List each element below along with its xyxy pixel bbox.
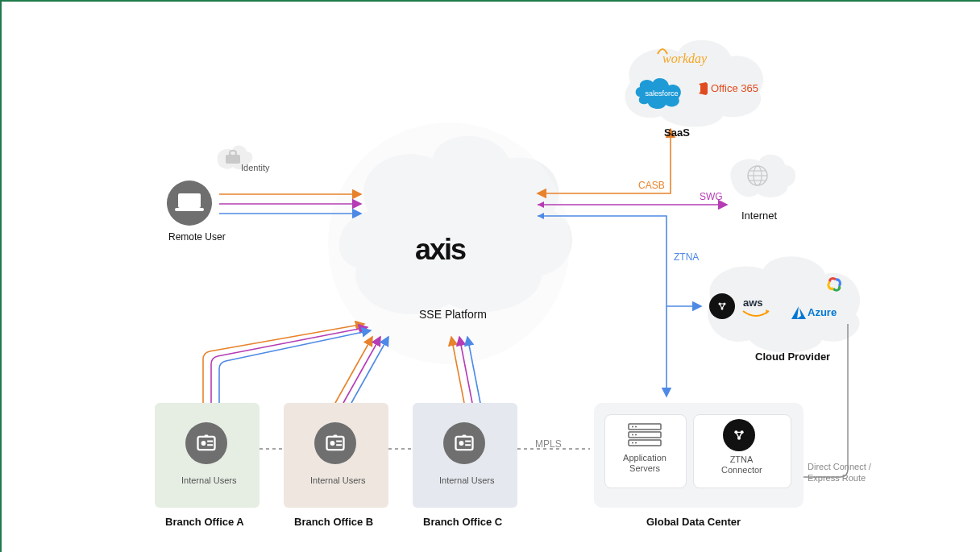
aws-smile-icon — [741, 309, 770, 319]
app-servers-icon — [627, 422, 662, 446]
svg-line-22 — [343, 337, 380, 403]
svg-point-52 — [632, 442, 633, 444]
sse-platform-label: SSE Platform — [419, 308, 487, 321]
svg-point-31 — [201, 441, 206, 446]
branch-a-title: Branch Office A — [165, 516, 244, 528]
svg-rect-39 — [334, 435, 338, 438]
office365-icon — [696, 82, 709, 95]
azure-logo-icon — [791, 306, 806, 319]
gcp-logo-icon — [824, 276, 845, 293]
svg-rect-43 — [465, 444, 471, 446]
svg-rect-44 — [463, 435, 467, 438]
ztna-connector-label: ZTNAConnector — [721, 454, 762, 475]
cloud-provider-label: Cloud Provider — [755, 351, 830, 363]
identity-label: Identity — [241, 163, 269, 172]
branch-b-user-label: Internal Users — [310, 475, 365, 485]
branch-c-user-label: Internal Users — [439, 475, 494, 485]
svg-text:salesforce: salesforce — [645, 89, 678, 98]
azure-logo-text: Azure — [808, 306, 837, 318]
svg-rect-37 — [336, 441, 342, 442]
ztna-label: ZTNA — [674, 251, 699, 263]
mpls-label: MPLS — [535, 438, 562, 450]
branch-c-user-icon — [443, 422, 485, 464]
svg-point-51 — [635, 434, 637, 436]
svg-rect-30 — [198, 437, 215, 450]
branch-a-user-label: Internal Users — [181, 475, 236, 485]
saas-label: SaaS — [664, 127, 690, 139]
svg-rect-35 — [327, 437, 344, 450]
casb-label: CASB — [638, 180, 665, 191]
axis-brand-text: axis — [415, 233, 465, 267]
svg-rect-34 — [205, 435, 209, 438]
svg-rect-40 — [456, 437, 473, 450]
branch-c-title: Branch Office C — [423, 516, 502, 528]
salesforce-logo: salesforce — [630, 73, 693, 111]
svg-point-50 — [632, 434, 633, 436]
office365-label: Office 365 — [711, 82, 758, 94]
workday-arc-icon — [656, 46, 669, 56]
gdc-title: Global Data Center — [646, 516, 741, 528]
svg-rect-13 — [178, 193, 201, 208]
internet-cloud-shape — [730, 155, 795, 197]
svg-line-23 — [351, 337, 388, 403]
cloud-provider-connector-icon — [709, 293, 735, 319]
svg-rect-14 — [175, 208, 204, 211]
branch-b-title: Branch Office B — [294, 516, 373, 528]
svg-point-49 — [635, 426, 637, 428]
svg-line-21 — [335, 337, 372, 403]
swg-label: SWG — [700, 191, 723, 202]
svg-point-53 — [635, 442, 637, 444]
app-servers-label: ApplicationServers — [622, 453, 667, 474]
svg-rect-38 — [336, 444, 342, 446]
remote-user-label: Remote User — [168, 231, 226, 243]
svg-rect-32 — [207, 441, 213, 442]
svg-point-48 — [632, 426, 633, 428]
aws-logo-text: aws — [743, 297, 763, 309]
internet-label: Internet — [741, 210, 777, 222]
ztna-connector-icon — [723, 419, 755, 451]
svg-point-41 — [459, 441, 464, 446]
direct-connect-label: Direct Connect /Express Route — [808, 461, 888, 484]
branch-b-user-icon — [314, 422, 356, 464]
workday-logo: workday — [662, 52, 707, 66]
svg-rect-42 — [465, 441, 471, 442]
svg-rect-33 — [207, 444, 213, 446]
branch-a-user-icon — [185, 422, 227, 464]
svg-point-36 — [330, 441, 335, 446]
remote-user-icon — [167, 181, 212, 226]
